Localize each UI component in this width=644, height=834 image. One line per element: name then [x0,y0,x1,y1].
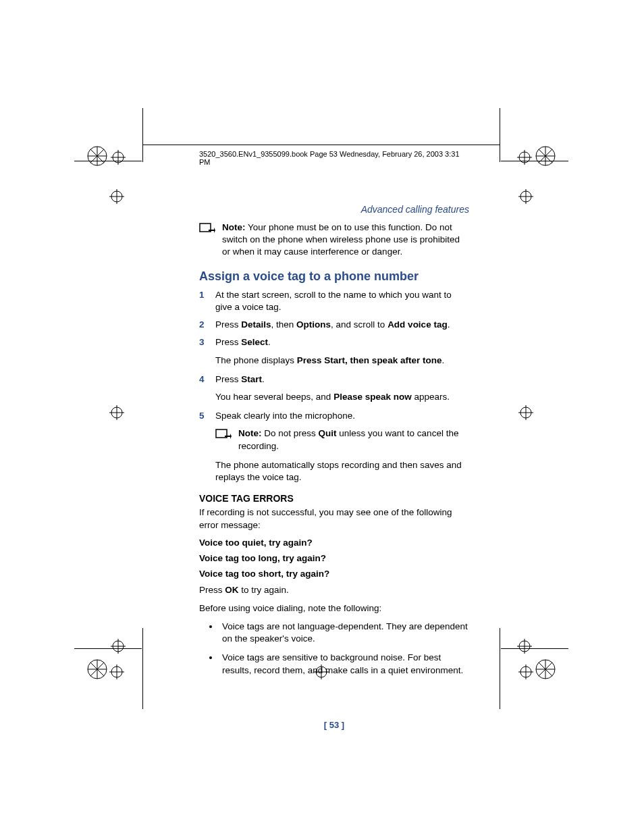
step-body: Press Details, then Options, and scroll … [215,319,469,331]
note-text: Note: Your phone must be on to use this … [222,221,469,259]
kw-please-speak-now: Please speak now [333,392,412,402]
text: appears. [412,392,450,402]
text: The phone displays [215,355,297,365]
text: . [262,374,265,384]
crop-mark [501,648,568,649]
step-body: Speak clearly into the microphone. [215,410,469,422]
crosshair-icon [111,639,126,654]
note-text: Note: Do not press Quit unless you want … [238,427,469,452]
kw-add-voice-tag: Add voice tag [387,319,448,330]
step-number: 3 [199,336,207,348]
crop-mark [74,161,142,161]
crosshair-icon [518,405,533,420]
kw-start: Start [241,374,262,384]
registration-mark-icon [86,145,108,167]
text: Press [199,585,225,595]
crop-mark [500,628,500,709]
note-label: Note: [222,222,246,232]
step-number: 4 [199,373,207,386]
step-number: 2 [199,319,207,331]
post-note: The phone automatically stops recording … [215,459,469,484]
kw-press-start-speak: Press Start, then speak after tone [297,355,442,365]
bullet-noise: Voice tags are sensitive to background n… [219,652,469,676]
text: You hear several beeps, and [215,392,333,402]
crosshair-icon [109,405,124,420]
bullet-language: Voice tags are not language-dependent. T… [219,621,469,645]
error-too-long: Voice tag too long, try again? [199,553,469,563]
crosshair-icon [517,150,532,165]
crop-mark [500,108,500,162]
text: Press [215,337,241,347]
step-number: 5 [199,410,207,422]
text: , and scroll to [331,319,387,330]
text: Press [215,374,241,384]
page-title: Assign a voice tag to a phone number [199,269,469,284]
registration-mark-icon [86,658,108,680]
step-1: 1 At the start screen, scroll to the nam… [199,289,469,313]
errors-intro: If recording is not successful, you may … [199,506,469,532]
step-number: 1 [199,289,207,313]
text: . [268,337,271,347]
step-5: 5 Speak clearly into the microphone. [199,410,469,422]
step-body: At the start screen, scroll to the name … [215,289,469,313]
registration-mark-icon [535,658,556,680]
step-body: Press Start. [215,373,469,386]
crop-mark [74,648,142,649]
crosshair-icon [109,664,124,679]
error-too-short: Voice tag too short, try again? [199,569,469,579]
book-header: 3520_3560.ENv1_9355099.book Page 53 Wedn… [199,150,469,166]
crop-mark [142,108,143,162]
crosshair-icon [518,189,533,204]
note-block: Note: Your phone must be on to use this … [199,221,469,259]
kw-select: Select [241,337,268,347]
note-icon [199,223,215,235]
text: Do not press [262,428,319,438]
text: . [441,355,444,365]
kw-ok: OK [225,585,238,595]
text: , then [271,319,297,330]
note-icon [215,429,232,441]
page-number: [ 53 ] [199,720,469,730]
note-block-quit: Note: Do not press Quit unless you want … [215,427,469,452]
note-body: Your phone must be on to use this functi… [222,222,460,257]
registration-mark-icon [535,145,556,167]
step-4: 4 Press Start. [199,373,469,386]
voice-tag-errors-heading: VOICE TAG ERRORS [199,493,469,504]
text: Press [215,319,241,330]
text: . [448,319,450,330]
step-2: 2 Press Details, then Options, and scrol… [199,319,469,331]
press-ok: Press OK to try again. [199,584,469,597]
crosshair-icon [111,150,126,165]
note-label: Note: [238,428,262,438]
section-header: Advanced calling features [199,204,469,215]
crop-mark [142,628,143,709]
notes-bullets: Voice tags are not language-dependent. T… [199,621,469,677]
kw-quit: Quit [319,428,337,438]
before-using: Before using voice dialing, note the fol… [199,602,469,615]
crosshair-icon [518,664,533,679]
text: to try again. [239,585,289,595]
crosshair-icon [109,189,124,204]
crosshair-icon [517,639,532,654]
header-rule [142,145,500,145]
step-body: Press Select. [215,336,469,348]
step-3-followup: The phone displays Press Start, then spe… [215,355,469,367]
step-4-followup: You hear several beeps, and Please speak… [215,391,469,403]
kw-details: Details [241,319,271,330]
kw-options: Options [296,319,331,330]
step-3: 3 Press Select. [199,336,469,348]
error-quiet: Voice too quiet, try again? [199,538,469,548]
